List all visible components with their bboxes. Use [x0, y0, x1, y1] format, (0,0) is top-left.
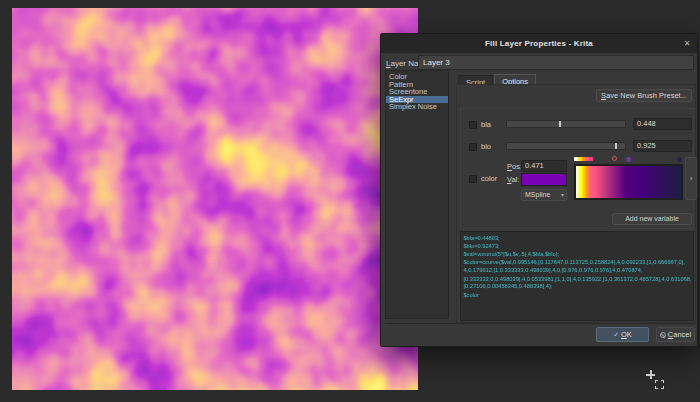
gradient-stop-marker[interactable]: [626, 157, 631, 162]
blo-variable-label: blo: [481, 142, 491, 151]
dialog-titlebar[interactable]: Fill Layer Properties - Krita ✕: [381, 34, 697, 53]
script-line: [0.333333,0,0.498039],4,0.0533981,[1,1,0…: [463, 274, 689, 282]
ok-label: OK: [621, 330, 632, 339]
checkmark-icon: ✓: [613, 331, 619, 338]
pos-value-field[interactable]: 0.471: [521, 160, 567, 172]
layer-name-input[interactable]: Layer 3: [418, 55, 694, 70]
blo-slider-handle[interactable]: [615, 143, 617, 149]
blo-slider[interactable]: [506, 142, 626, 150]
bla-variable-label: bla: [481, 120, 491, 129]
gradient-stop-marker[interactable]: [612, 156, 617, 161]
script-line: $blo=0.92473;: [463, 242, 689, 250]
script-line: $val=voronoi(5*[$u,$v,.5],4,$bla,$blo);: [463, 250, 689, 258]
bla-value-field[interactable]: 0.448: [633, 118, 692, 130]
script-line: 4,0.179612,[1,0.333333,0.498039],4,0,[0.…: [463, 266, 689, 274]
crosshair-cursor-icon: [646, 370, 666, 392]
close-icon[interactable]: ✕: [681, 38, 693, 50]
bla-slider[interactable]: [506, 120, 626, 128]
canvas-area[interactable]: [12, 8, 418, 390]
noise-pattern-image: [12, 8, 418, 390]
cancel-circle-icon: [660, 332, 666, 338]
gradient-next-button[interactable]: ›: [685, 157, 697, 200]
script-line: $bla=0.44803;: [463, 234, 689, 242]
gradient-stop-marker[interactable]: [677, 157, 682, 162]
gradient-preview[interactable]: [574, 164, 683, 200]
variables-panel: bla 0.448 blo 0.925 color Pos: 0.471 Val…: [460, 108, 694, 229]
script-line: $color=ccurve($val,0.995146,[0.117647,0.…: [463, 258, 689, 266]
bla-checkbox[interactable]: [469, 121, 477, 129]
blo-value-field[interactable]: 0.925: [633, 140, 692, 152]
krita-application-window: Fill Layer Properties - Krita ✕ Layer Na…: [0, 0, 700, 402]
tab-bar: ScriptOptions: [458, 70, 537, 84]
cancel-button[interactable]: Cancel: [656, 327, 695, 342]
bla-slider-handle[interactable]: [559, 121, 561, 127]
script-line: [0.27106,0.00458345,0.488398],4);: [463, 282, 689, 290]
button-separator: [385, 323, 695, 324]
gradient-stop-marker[interactable]: [589, 157, 593, 161]
gradient-markers: [574, 155, 683, 163]
dialog-title: Fill Layer Properties - Krita: [381, 34, 697, 53]
script-editor[interactable]: $bla=0.44803;$blo=0.92473;$val=voronoi(5…: [460, 231, 694, 321]
script-code: $bla=0.44803;$blo=0.92473;$val=voronoi(5…: [461, 232, 692, 300]
fill-layer-properties-dialog: Fill Layer Properties - Krita ✕ Layer Na…: [380, 33, 698, 347]
interpolation-value: MSpline: [525, 191, 550, 198]
generator-item-simplex-noise[interactable]: Simplex Noise: [386, 103, 448, 111]
blo-checkbox[interactable]: [469, 143, 477, 151]
color-checkbox[interactable]: [469, 175, 477, 183]
options-tab-panel: Save New Brush Preset... bla 0.448 blo 0…: [456, 84, 696, 323]
pos-label: Pos:: [507, 162, 522, 171]
chevron-down-icon: ▾: [561, 190, 564, 200]
color-variable-label: color: [481, 174, 497, 183]
interpolation-dropdown[interactable]: MSpline ▾: [521, 189, 567, 201]
tool-cursor-badge-icon: [655, 380, 664, 389]
script-line: $color: [463, 291, 689, 299]
add-new-variable-button[interactable]: Add new variable: [612, 213, 692, 225]
cancel-label: Cancel: [668, 330, 691, 339]
val-label: Val:: [507, 175, 519, 184]
save-new-brush-preset-button[interactable]: Save New Brush Preset...: [596, 89, 692, 102]
generator-list: ColorPatternScreentoneSeExprSimplex Nois…: [385, 70, 449, 319]
gradient-editor: ›: [571, 155, 699, 203]
value-color-swatch[interactable]: [521, 173, 567, 186]
ok-button[interactable]: ✓OK: [596, 327, 649, 342]
